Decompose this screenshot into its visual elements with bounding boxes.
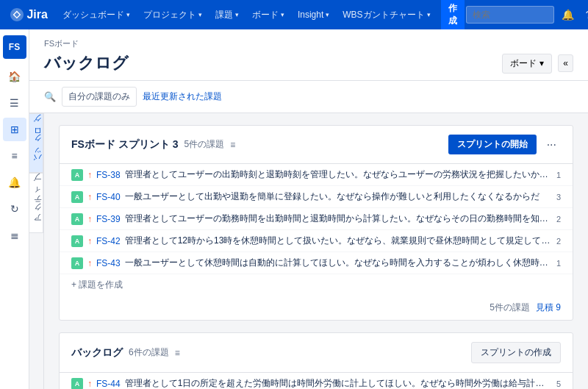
priority-icon: ↑ [87,214,92,224]
board-button[interactable]: ボード ▾ [502,54,552,74]
sidebar-project-logo[interactable]: FS [3,35,26,59]
priority-icon: ↑ [87,236,92,246]
sprint-title-area: FSボード スプリント 3 5件の課題 ≡ [71,138,235,151]
add-sprint-issue[interactable]: + 課題を作成 [60,274,573,296]
help-icon[interactable]: ? [581,6,588,24]
create-sprint-button[interactable]: スプリントの作成 [471,342,561,363]
issue-key[interactable]: FS-44 [96,379,121,389]
issue-type-icon: A [71,169,83,181]
start-sprint-button[interactable]: スプリントの開始 [448,135,537,154]
sprint-section: FSボード スプリント 3 5件の課題 ≡ スプリントの開始 ··· A ↑ F [59,125,573,321]
breadcrumb: FSボード [44,38,573,49]
nav-insight[interactable]: Insight ▾ [292,7,335,23]
sidebar: FS 🏠 ☰ ⊞ ≡ 🔔 ↻ ≣ [0,29,29,389]
sidebar-icon-refresh[interactable]: ↻ [3,197,26,221]
issue-summary: 一般ユーザーとして休憩時間は自動的に計算してほしい。なぜなら時間を入力することが… [125,257,552,269]
table-row[interactable]: A ↑ FS-39 管理者としてユーザーの勤務時間を出勤時間と退勤時間から計算し… [60,208,573,230]
page-title-row: バックログ ボード ▾ « [44,52,573,74]
header-actions: ボード ▾ « [502,54,573,74]
backlog-actions: スプリントの作成 [471,342,561,363]
chevron-down-icon: ▾ [539,58,544,68]
issue-number: 2 [556,215,561,224]
sidebar-icon-menu[interactable]: ☰ [3,91,26,115]
issue-key[interactable]: FS-43 [96,258,121,268]
quick-filter-chip[interactable]: 自分の課題のみ [62,87,137,107]
vtab-backlog[interactable]: バックログ [29,113,43,173]
sprint-header: FSボード スプリント 3 5件の課題 ≡ スプリントの開始 ··· [60,126,573,164]
issue-number: 2 [556,237,561,246]
nav-board[interactable]: ボード ▾ [246,6,290,24]
backlog-section: バックログ 6件の課題 ≡ スプリントの作成 A ↑ FS-44 管理者として1… [59,332,573,389]
recent-filter-link[interactable]: 最近更新された課題 [143,90,222,103]
priority-icon: ↑ [87,379,92,389]
table-row[interactable]: A ↑ FS-43 一般ユーザーとして休憩時間は自動的に計算してほしい。なぜなら… [60,252,573,274]
sprint-list-icon[interactable]: ≡ [230,140,235,150]
issue-key[interactable]: FS-38 [96,170,121,180]
notification-icon[interactable]: 🔔 [557,6,578,24]
issue-number: 3 [556,193,561,201]
sprint-footer: 5件の課題 見積 9 [60,296,573,320]
backlog-title: バックログ [71,346,123,360]
issue-key[interactable]: FS-40 [96,192,121,202]
app-body: FS 🏠 ☰ ⊞ ≡ 🔔 ↻ ≣ FSボード バックログ ボード ▾ « [0,29,588,389]
issue-number: 1 [556,259,561,268]
backlog-list-icon[interactable]: ≡ [175,348,180,358]
chevron-down-icon: ▾ [427,11,431,18]
search-icon: 🔍 [44,91,56,102]
sidebar-icon-home[interactable]: 🏠 [3,65,26,88]
sidebar-icon-lines[interactable]: ≣ [3,224,26,247]
priority-icon: ↑ [87,170,92,180]
issue-summary: 一般ユーザーとして出勤や退勤を簡単に登録したい。なぜなら操作が難しいと利用したく… [125,190,552,203]
create-button[interactable]: 作成 [441,0,465,31]
table-row[interactable]: A ↑ FS-42 管理者として12時から13時を休憩時間として扱いたい。なぜな… [60,230,573,252]
issue-type-icon: A [71,213,83,225]
table-row[interactable]: A ↑ FS-40 一般ユーザーとして出勤や退勤を簡単に登録したい。なぜなら操作… [60,186,573,208]
top-nav: Jira ダッシュボード ▾ プロジェクト ▾ 課題 ▾ ボード ▾ Insig… [0,0,588,29]
chevron-down-icon: ▾ [326,11,329,18]
sprint-count: 5件の課題 [184,138,224,151]
sprint-estimate-link[interactable]: 見積 9 [536,301,561,314]
issue-key[interactable]: FS-42 [96,236,121,246]
main-content: FSボード バックログ ボード ▾ « 🔍 自分の課題のみ 最近更新された課題 [29,29,588,389]
board-content[interactable]: FSボード スプリント 3 5件の課題 ≡ スプリントの開始 ··· A ↑ F [44,113,588,389]
nav-issue[interactable]: 課題 ▾ [209,6,245,24]
expand-button[interactable]: « [558,54,573,72]
backlog-title-area: バックログ 6件の課題 ≡ [71,346,180,360]
issue-summary: 管理者として1日の所定を超えた労働時間は時間外労働に計上してほしい。なぜなら時間… [125,377,552,389]
chevron-down-icon: ▾ [281,11,284,18]
sidebar-icon-bell[interactable]: 🔔 [3,171,26,194]
issue-key[interactable]: FS-39 [96,214,121,224]
search-input[interactable] [466,6,554,24]
chevron-down-icon: ▾ [198,11,202,18]
issue-type-icon: A [71,378,83,390]
issue-summary: 管理者としてユーザーの勤務時間を出勤時間と退勤時間から計算したい。なぜならその日… [125,213,552,225]
sidebar-icon-list[interactable]: ≡ [3,144,26,168]
issue-type-icon: A [71,191,83,203]
chevron-down-icon: ▾ [235,11,239,18]
sprint-title: FSボード スプリント 3 [71,138,178,151]
jira-logo[interactable]: Jira [6,8,52,21]
issue-number: 1 [556,171,561,179]
page-header: FSボード バックログ ボード ▾ « [29,29,588,81]
issue-type-icon: A [71,235,83,247]
sprint-actions: スプリントの開始 ··· [448,135,561,154]
nav-right: 🔔 ? ⚙ U [466,6,588,24]
nav-wbs[interactable]: WBSガントチャート ▾ [337,6,436,24]
table-row[interactable]: A ↑ FS-38 管理者としてユーザーの出勤時刻と退勤時刻を管理したい。なぜな… [60,164,573,186]
vtab-active[interactable]: アクティブ [29,173,43,233]
priority-icon: ↑ [87,258,92,268]
nav-dashboard[interactable]: ダッシュボード ▾ [57,6,136,24]
table-row[interactable]: A ↑ FS-44 管理者として1日の所定を超えた労働時間は時間外労働に計上して… [60,373,573,389]
sprint-issue-list: A ↑ FS-38 管理者としてユーザーの出勤時刻と退勤時刻を管理したい。なぜな… [60,164,573,274]
more-options-button[interactable]: ··· [542,137,561,153]
backlog-header: バックログ 6件の課題 ≡ スプリントの作成 [60,333,573,373]
chevron-down-icon: ▾ [126,11,130,18]
backlog-issue-list: A ↑ FS-44 管理者として1日の所定を超えた労働時間は時間外労働に計上して… [60,373,573,389]
priority-icon: ↑ [87,192,92,202]
filter-bar: 🔍 自分の課題のみ 最近更新された課題 [29,81,588,113]
nav-project[interactable]: プロジェクト ▾ [137,6,208,24]
sidebar-icon-board[interactable]: ⊞ [3,118,26,141]
issue-summary: 管理者としてユーザーの出勤時刻と退勤時刻を管理したい。なぜならユーザーの労務状況… [125,168,552,181]
issue-type-icon: A [71,257,83,269]
page-title: バックログ [44,52,129,74]
